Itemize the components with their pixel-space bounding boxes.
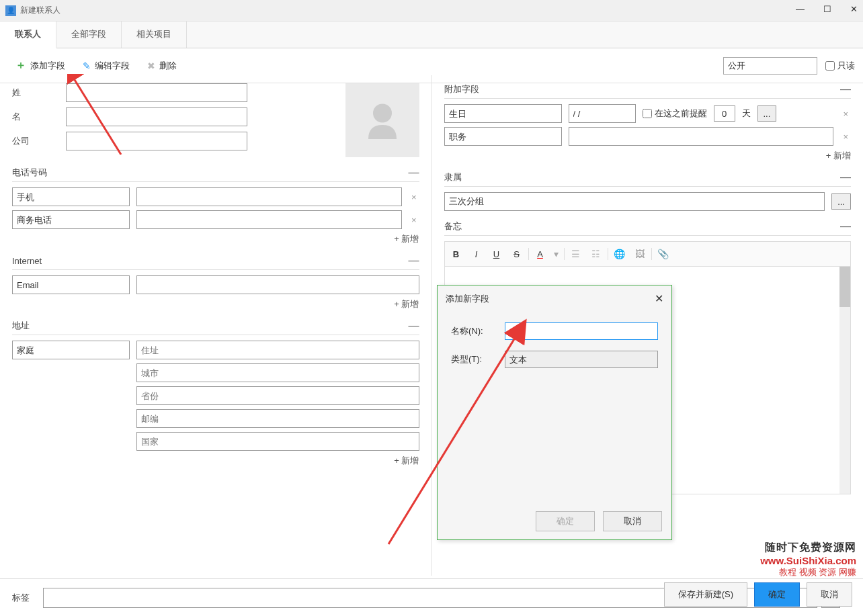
tab-bar: 联系人 全部字段 相关项目 [0,21,863,48]
delete-button: ✖删除 [140,55,184,77]
add-address-button[interactable]: + 新增 [394,455,419,466]
pencil-icon: ✎ [83,60,91,71]
address-type[interactable]: 家庭 [12,341,130,359]
minimize-icon[interactable]: — [796,4,805,14]
dialog-title: 添加新字段 [446,293,489,305]
job-select[interactable]: 职务 [444,127,562,146]
collapse-icon[interactable]: — [409,167,419,179]
x-icon: ✖ [147,60,155,71]
strike-icon[interactable]: S [508,246,526,262]
add-field-button[interactable]: ＋添加字段 [8,54,73,77]
more-button[interactable]: ... [757,105,777,122]
clear-icon[interactable]: × [409,215,419,225]
add-extra-button[interactable]: + 新增 [826,150,851,161]
cancel-button[interactable]: 取消 [807,582,852,607]
dialog-ok-button[interactable]: 确定 [536,511,595,531]
clear-icon[interactable]: × [840,132,851,142]
dialog-name-input[interactable] [505,322,658,340]
collapse-icon[interactable]: — [409,255,419,267]
attachment-icon[interactable]: 📎 [655,246,672,262]
number-list-icon[interactable]: ☷ [587,246,605,262]
svg-point-0 [373,104,392,123]
country-input[interactable] [136,432,419,451]
email-input[interactable] [136,275,419,294]
group-browse-button[interactable]: ... [831,193,851,210]
name-input[interactable] [66,107,247,126]
ok-button[interactable]: 确定 [754,582,800,607]
company-label: 公司 [12,135,66,147]
tab-related[interactable]: 相关项目 [122,21,187,48]
italic-icon[interactable]: I [468,246,485,262]
tab-contact[interactable]: 联系人 [0,21,56,48]
titlebar: 👤 新建联系人 — ☐ ✕ [0,0,863,21]
add-field-dialog: 添加新字段✕ 名称(N): 类型(T):文本 确定 取消 [437,285,672,540]
tag-label: 标签 [12,592,43,604]
internet-header: Internet [12,256,42,266]
left-panel: 姓 名 公司 电话号码— 手机× 商务电话× + 新增 Internet— Em… [0,75,432,576]
dialog-type-select[interactable]: 文本 [505,351,658,368]
phone-input-2[interactable] [136,210,402,229]
collapse-icon[interactable]: — [840,171,851,183]
city-input[interactable] [136,363,419,382]
birthday-select[interactable]: 生日 [444,104,562,123]
scrollbar[interactable] [839,267,850,494]
phone-type-1[interactable]: 手机 [12,187,130,206]
window-buttons: — ☐ ✕ [796,4,858,14]
dialog-name-label: 名称(N): [451,325,505,337]
address-input[interactable] [136,341,419,359]
dialog-cancel-button[interactable]: 取消 [603,511,662,531]
extra-header: 附加字段 [444,83,479,95]
name-label: 名 [12,111,66,123]
belong-header: 隶属 [444,171,462,183]
company-input[interactable] [66,132,247,150]
zip-input[interactable] [136,409,419,428]
maximize-icon[interactable]: ☐ [823,4,831,14]
dialog-close-icon[interactable]: ✕ [655,292,663,305]
link-icon[interactable]: 🌐 [611,246,628,262]
dropdown-icon[interactable]: ▾ [552,246,561,262]
surname-label: 姓 [12,87,66,99]
memo-header: 备忘 [444,220,462,232]
save-and-new-button[interactable]: 保存并新建(S) [664,582,747,607]
tab-allfields[interactable]: 全部字段 [56,21,122,48]
phone-input-1[interactable] [136,187,402,206]
phone-header: 电话号码 [12,167,47,179]
edit-field-button[interactable]: ✎编辑字段 [75,55,137,77]
bold-icon[interactable]: B [448,246,465,262]
font-color-icon[interactable]: A [532,246,549,262]
underline-icon[interactable]: U [488,246,505,262]
collapse-icon[interactable]: — [840,220,851,232]
province-input[interactable] [136,386,419,405]
dialog-type-label: 类型(T): [451,353,505,365]
avatar[interactable] [345,83,419,157]
collapse-icon[interactable]: — [409,320,419,332]
window-title: 新建联系人 [20,5,60,16]
image-icon[interactable]: 🖼 [631,246,649,262]
surname-input[interactable] [66,83,247,102]
job-input[interactable] [569,127,834,146]
visibility-select[interactable]: 公开 [723,57,817,75]
plus-icon: ＋ [15,58,26,73]
address-header: 地址 [12,320,30,332]
phone-type-2[interactable]: 商务电话 [12,210,130,229]
readonly-checkbox[interactable]: 只读 [825,60,855,72]
editor-toolbar: B I U S A ▾ ☰ ☷ 🌐 🖼 📎 [444,241,852,266]
clear-icon[interactable]: × [840,109,851,119]
close-icon[interactable]: ✕ [850,4,858,14]
group-display[interactable]: 三次分组 [444,192,825,211]
add-phone-button[interactable]: + 新增 [394,234,419,244]
contact-icon: 👤 [5,5,16,16]
internet-type[interactable]: Email [12,275,130,294]
bullet-list-icon[interactable]: ☰ [567,246,585,262]
remind-checkbox[interactable]: 在这之前提醒 [643,107,707,120]
date-select[interactable]: / / [569,104,636,123]
clear-icon[interactable]: × [409,192,419,202]
add-internet-button[interactable]: + 新增 [394,299,419,309]
remind-days-input[interactable] [714,105,735,122]
collapse-icon[interactable]: — [840,83,851,95]
